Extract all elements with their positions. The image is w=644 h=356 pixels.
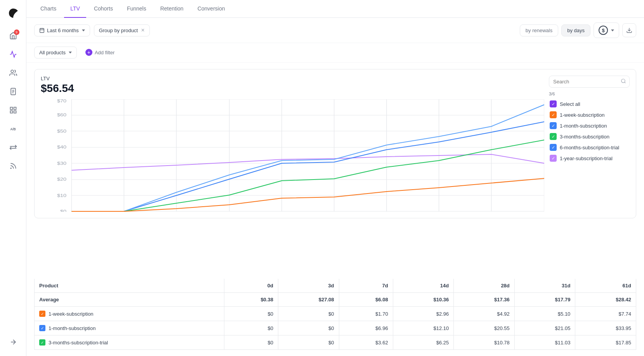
- col-28d: 28d: [454, 279, 515, 293]
- nav-tabs: Charts LTV Cohorts Funnels Retention Con…: [26, 0, 644, 18]
- chart-container: LTV $56.54: [34, 69, 636, 218]
- search-icon: [621, 78, 626, 85]
- sidebar-item-rss[interactable]: [5, 158, 21, 174]
- avg-31d: $17.79: [514, 293, 575, 307]
- svg-text:A/B: A/B: [10, 127, 16, 131]
- legend-1-month-label: 1-month-subscription: [560, 123, 607, 129]
- legend-select-all-label: Select all: [560, 101, 580, 107]
- legend-3-months[interactable]: ✓ 3-months-subscription: [549, 131, 630, 142]
- legend-6-months-trial[interactable]: ✓ 6-months-subscription-trial: [549, 142, 630, 153]
- currency-icon: $: [599, 26, 608, 35]
- table-header-row: Product 0d 3d 7d 14d 28d 31d 61d: [35, 279, 636, 293]
- sidebar-item-home[interactable]: 9: [5, 28, 21, 43]
- ltv-value: $56.54: [41, 82, 544, 95]
- legend-1-year-trial[interactable]: ✓ 1-year-subscription-trial: [549, 153, 630, 164]
- tab-retention[interactable]: Retention: [154, 0, 190, 18]
- svg-point-12: [10, 168, 11, 169]
- data-table: Product 0d 3d 7d 14d 28d 31d 61d Average…: [34, 279, 636, 350]
- tab-conversion[interactable]: Conversion: [191, 0, 231, 18]
- tab-cohorts[interactable]: Cohorts: [88, 0, 119, 18]
- product-cell-1-week: ✓ 1-week-subscription: [35, 307, 224, 321]
- tab-funnels[interactable]: Funnels: [121, 0, 153, 18]
- chevron-down-icon: [69, 52, 72, 54]
- legend-select-all[interactable]: ✓ Select all: [549, 99, 630, 109]
- tab-charts[interactable]: Charts: [34, 0, 62, 18]
- chevron-down-icon: [82, 29, 85, 31]
- legend-count: 3/6: [549, 92, 630, 96]
- legend-1-year-checkbox[interactable]: ✓: [550, 155, 557, 162]
- product-color-3-months[interactable]: ✓: [39, 339, 45, 346]
- col-7d: 7d: [339, 279, 393, 293]
- sidebar-item-analytics[interactable]: [5, 47, 21, 62]
- svg-rect-14: [40, 28, 44, 33]
- col-31d: 31d: [514, 279, 575, 293]
- legend-search-input[interactable]: [553, 79, 618, 85]
- col-3d: 3d: [278, 279, 339, 293]
- toolbar-row1: Last 6 months Group by product ✕ by rene…: [26, 18, 644, 43]
- legend-search-box[interactable]: [549, 76, 630, 88]
- svg-text:$40: $40: [57, 145, 66, 150]
- chart-left: LTV $56.54: [41, 76, 544, 212]
- by-days-button[interactable]: by days: [561, 24, 590, 36]
- svg-rect-7: [10, 111, 12, 113]
- svg-point-0: [11, 70, 14, 73]
- all-products-button[interactable]: All products: [34, 47, 77, 59]
- table-section: Product 0d 3d 7d 14d 28d 31d 61d Average…: [26, 279, 644, 356]
- date-filter-button[interactable]: Last 6 months: [34, 24, 90, 36]
- sidebar-item-grid[interactable]: [5, 102, 21, 118]
- table-row-3-months: ✓ 3-months-subscription-trial $0 $0 $3.6…: [35, 335, 636, 350]
- legend-1-year-label: 1-year-subscription-trial: [560, 156, 613, 161]
- product-color-1-month[interactable]: ✓: [39, 325, 45, 331]
- notification-badge: 9: [14, 29, 19, 35]
- col-0d: 0d: [224, 279, 278, 293]
- download-button[interactable]: [622, 23, 636, 37]
- avg-7d: $6.08: [339, 293, 393, 307]
- toolbar-right: by renewals by days $: [520, 22, 636, 38]
- avg-14d: $10.36: [393, 293, 454, 307]
- product-color-1-week[interactable]: ✓: [39, 311, 45, 317]
- legend-1-week-checkbox[interactable]: ✓: [550, 111, 557, 118]
- legend-1-month-checkbox[interactable]: ✓: [550, 122, 557, 129]
- legend-6-months-label: 6-months-subscription-trial: [560, 145, 619, 150]
- sidebar-item-pages[interactable]: [5, 84, 21, 99]
- tab-ltv[interactable]: LTV: [64, 0, 86, 18]
- select-all-checkbox[interactable]: ✓: [550, 100, 557, 107]
- main-content: Charts LTV Cohorts Funnels Retention Con…: [26, 0, 644, 356]
- product-cell-1-month: ✓ 1-month-subscription: [35, 321, 224, 335]
- table-row-average: Average $0.38 $27.08 $6.08 $10.36 $17.36…: [35, 293, 636, 307]
- all-products-label: All products: [39, 50, 66, 55]
- currency-button[interactable]: $: [594, 22, 619, 38]
- avg-0d: $0.38: [224, 293, 278, 307]
- close-icon[interactable]: ✕: [141, 28, 145, 33]
- avg-28d: $17.36: [454, 293, 515, 307]
- col-61d: 61d: [575, 279, 636, 293]
- plus-icon: +: [85, 49, 92, 56]
- ltv-label: LTV: [41, 76, 544, 81]
- svg-text:$20: $20: [57, 177, 66, 182]
- avg-3d: $27.08: [278, 293, 339, 307]
- svg-text:$30: $30: [57, 161, 66, 166]
- col-product: Product: [35, 279, 224, 293]
- add-filter-button[interactable]: + Add filter: [81, 46, 119, 59]
- legend-6-months-checkbox[interactable]: ✓: [550, 144, 557, 151]
- table-row-1-month: ✓ 1-month-subscription $0 $0 $6.96 $12.1…: [35, 321, 636, 335]
- svg-point-55: [621, 79, 625, 83]
- by-renewals-button[interactable]: by renewals: [520, 24, 558, 36]
- legend-1-month[interactable]: ✓ 1-month-subscription: [549, 120, 630, 131]
- product-cell-average: Average: [35, 293, 224, 307]
- sidebar-item-collapse[interactable]: [5, 334, 21, 350]
- group-filter-button[interactable]: Group by product ✕: [94, 24, 150, 36]
- chevron-down-icon: [611, 29, 614, 31]
- sidebar-item-users[interactable]: [5, 65, 21, 81]
- svg-line-56: [625, 82, 626, 83]
- legend-3-months-checkbox[interactable]: ✓: [550, 133, 557, 140]
- sidebar-item-arrows[interactable]: [5, 140, 21, 155]
- svg-text:$10: $10: [57, 193, 66, 198]
- sidebar-item-ab[interactable]: A/B: [5, 121, 21, 137]
- chart-legend: 3/6 ✓ Select all ✓ 1-week-subscription ✓…: [544, 76, 630, 212]
- date-filter-label: Last 6 months: [47, 28, 79, 33]
- svg-text:$70: $70: [57, 99, 66, 104]
- legend-1-week-label: 1-week-subscription: [560, 112, 605, 118]
- legend-1-week[interactable]: ✓ 1-week-subscription: [549, 109, 630, 120]
- col-14d: 14d: [393, 279, 454, 293]
